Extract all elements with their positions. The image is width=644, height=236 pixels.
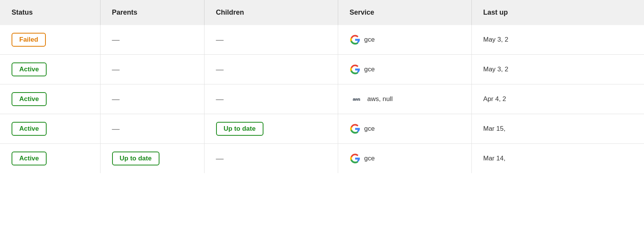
table-header-row: Status Parents Children Service Last up — [0, 0, 644, 25]
dash-value: — — [216, 95, 224, 103]
dash-value: — — [112, 35, 120, 44]
service-name: aws, null — [367, 95, 393, 103]
parents-cell: — — [100, 84, 204, 114]
children-cell: — — [204, 144, 338, 174]
dash-value: — — [112, 125, 120, 133]
status-cell: Active — [0, 114, 100, 144]
table-row: Active—Up to date gceMar 15, — [0, 114, 644, 144]
service-cell: gce — [338, 114, 471, 144]
status-cell: Failed — [0, 25, 100, 55]
dash-value: — — [216, 65, 224, 74]
parents-cell: — — [100, 55, 204, 84]
col-header-lastup: Last up — [471, 0, 644, 25]
status-badge: Up to date — [112, 152, 159, 165]
service-name: gce — [364, 36, 375, 44]
table-row: ActiveUp to date— gceMar 14, — [0, 144, 644, 174]
dash-value: — — [112, 65, 120, 74]
status-badge: Active — [12, 152, 47, 165]
table-row: Failed—— gceMay 3, 2 — [0, 25, 644, 55]
lastup-cell: May 3, 2 — [471, 25, 644, 55]
col-header-service: Service — [338, 0, 471, 25]
col-header-status: Status — [0, 0, 100, 25]
service-name: gce — [364, 66, 375, 73]
service-name: gce — [364, 125, 375, 133]
status-cell: Active — [0, 84, 100, 114]
lastup-cell: Mar 15, — [471, 114, 644, 144]
lastup-cell: Apr 4, 2 — [471, 84, 644, 114]
children-cell: — — [204, 84, 338, 114]
children-cell: — — [204, 25, 338, 55]
parents-cell: — — [100, 114, 204, 144]
service-cell: gce — [338, 144, 471, 174]
status-badge: Up to date — [216, 122, 263, 136]
children-cell: Up to date — [204, 114, 338, 144]
parents-cell: Up to date — [100, 144, 204, 174]
status-cell: Active — [0, 55, 100, 84]
col-header-parents: Parents — [100, 0, 204, 25]
lastup-cell: May 3, 2 — [471, 55, 644, 84]
status-badge: Failed — [12, 33, 46, 47]
parents-cell: — — [100, 25, 204, 55]
table-row: Active—— gceMay 3, 2 — [0, 55, 644, 84]
children-cell: — — [204, 55, 338, 84]
data-table: Status Parents Children Service Last up … — [0, 0, 644, 173]
status-cell: Active — [0, 144, 100, 174]
dash-value: — — [112, 95, 120, 103]
service-cell: awsaws, null — [338, 84, 471, 114]
status-badge: Active — [12, 92, 47, 106]
col-header-children: Children — [204, 0, 338, 25]
service-cell: gce — [338, 55, 471, 84]
status-badge: Active — [12, 62, 47, 76]
lastup-cell: Mar 14, — [471, 144, 644, 174]
table-row: Active——awsaws, nullApr 4, 2 — [0, 84, 644, 114]
status-badge: Active — [12, 122, 47, 136]
service-cell: gce — [338, 25, 471, 55]
dash-value: — — [216, 154, 224, 163]
dash-value: — — [216, 35, 224, 44]
service-name: gce — [364, 155, 375, 162]
